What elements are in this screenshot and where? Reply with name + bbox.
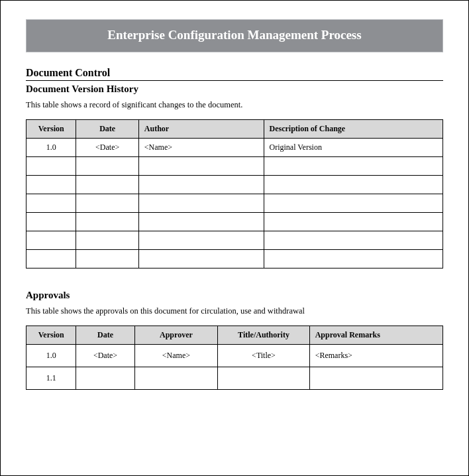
document-title: Enterprise Configuration Management Proc… (107, 28, 361, 42)
cell-author (138, 176, 264, 194)
cell-version (26, 213, 76, 231)
table-row (26, 231, 443, 250)
cell-version (26, 250, 76, 268)
cell-version (26, 157, 76, 176)
table-row (26, 194, 443, 213)
cell-author (138, 250, 264, 268)
cell-version: 1.1 (26, 367, 76, 390)
table-header-row: Version Date Approver Title/Authority Ap… (26, 326, 443, 345)
cell-date (76, 367, 134, 390)
th-version: Version (26, 120, 76, 139)
cell-title (218, 367, 309, 390)
th-date: Date (76, 326, 134, 345)
table-approvals: Version Date Approver Title/Authority Ap… (26, 326, 443, 390)
cell-date (76, 250, 138, 268)
cell-date: <Date> (76, 139, 138, 157)
subheading-version-history: Document Version History (26, 84, 443, 95)
cell-desc (264, 231, 443, 250)
caption-approvals: This table shows the approvals on this d… (26, 306, 443, 316)
cell-remarks (309, 367, 443, 390)
table-row (26, 213, 443, 231)
th-approver: Approver (134, 326, 218, 345)
cell-date (76, 213, 138, 231)
cell-version (26, 231, 76, 250)
cell-version: 1.0 (26, 139, 76, 157)
cell-author (138, 231, 264, 250)
cell-desc: Original Version (264, 139, 443, 157)
table-row (26, 176, 443, 194)
cell-version (26, 176, 76, 194)
subheading-approvals: Approvals (26, 290, 443, 301)
cell-title: <Title> (218, 345, 309, 367)
caption-version-history: This table shows a record of significant… (26, 100, 443, 110)
table-row: 1.0 <Date> <Name> <Title> <Remarks> (26, 345, 443, 367)
page: Enterprise Configuration Management Proc… (0, 0, 469, 476)
cell-version (26, 194, 76, 213)
cell-date: <Date> (76, 345, 134, 367)
cell-date (76, 231, 138, 250)
cell-author (138, 213, 264, 231)
section-heading-document-control: Document Control (26, 67, 443, 81)
cell-version: 1.0 (26, 345, 76, 367)
cell-author: <Name> (138, 139, 264, 157)
table-version-history: Version Date Author Description of Chang… (26, 119, 443, 268)
cell-desc (264, 176, 443, 194)
th-date: Date (76, 120, 138, 139)
cell-date (76, 157, 138, 176)
cell-author (138, 157, 264, 176)
table-row (26, 157, 443, 176)
cell-desc (264, 250, 443, 268)
cell-desc (264, 194, 443, 213)
th-desc: Description of Change (264, 120, 443, 139)
cell-date (76, 194, 138, 213)
th-author: Author (138, 120, 264, 139)
cell-author (138, 194, 264, 213)
table-row: 1.1 (26, 367, 443, 390)
cell-approver (134, 367, 218, 390)
cell-approver: <Name> (134, 345, 218, 367)
th-title: Title/Authority (218, 326, 309, 345)
cell-remarks: <Remarks> (309, 345, 443, 367)
cell-desc (264, 157, 443, 176)
th-version: Version (26, 326, 76, 345)
table-row (26, 250, 443, 268)
title-banner: Enterprise Configuration Management Proc… (26, 19, 443, 52)
th-remarks: Approval Remarks (309, 326, 443, 345)
table-header-row: Version Date Author Description of Chang… (26, 120, 443, 139)
cell-date (76, 176, 138, 194)
table-row: 1.0 <Date> <Name> Original Version (26, 139, 443, 157)
cell-desc (264, 213, 443, 231)
